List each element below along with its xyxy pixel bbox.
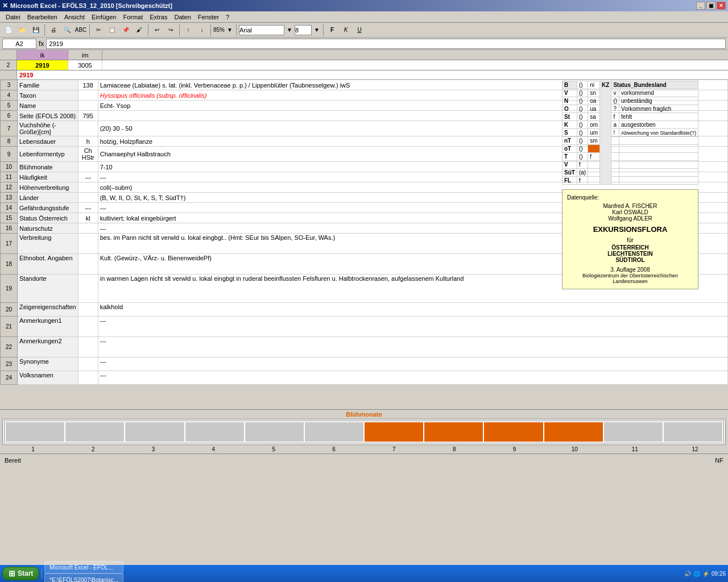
row-num-19: 19 <box>1 275 18 303</box>
field-label-10: Länder <box>18 193 78 203</box>
bluh-bar-11 <box>604 422 663 442</box>
menu-daten[interactable]: Daten <box>171 13 194 22</box>
zoom-label: 85% <box>213 27 225 33</box>
row-num-20: 20 <box>1 303 18 317</box>
taskbar-item-0[interactable]: Microsoft Excel - EFÖL... <box>44 561 123 573</box>
redo-button[interactable]: ↪ <box>164 24 177 36</box>
window-controls[interactable]: _ ▣ ✕ <box>696 2 726 10</box>
status-bar: Bereit NF <box>0 454 728 466</box>
col-im-header[interactable]: im <box>68 50 102 60</box>
row-num-14: 14 <box>1 203 18 213</box>
zoom-dropdown[interactable]: ▼ <box>226 24 234 36</box>
field-num-17 <box>78 303 98 317</box>
right-panel: B()ni KZ Status_Bundesland V()snvvorkomm… <box>562 80 727 289</box>
field-value-21[interactable]: --- <box>98 371 727 385</box>
title-bar: ✕ Microsoft Excel - EFÖLS3_12_2010 [Schr… <box>0 0 728 11</box>
menu-einfugen[interactable]: Einfügen <box>88 13 119 22</box>
menu-bearbeiten[interactable]: Bearbeiten <box>24 13 61 22</box>
menu-datei[interactable]: Datei <box>2 13 24 22</box>
font-size-input[interactable] <box>295 25 312 35</box>
bluh-bar-5 <box>245 422 304 442</box>
field-label-9: Höhenverbreitung <box>18 182 78 193</box>
bold-button[interactable]: F <box>326 24 338 36</box>
nf-indicator: NF <box>715 457 723 464</box>
table-row: 21 Anmerkungen1 --- <box>1 317 728 337</box>
cell-im-value[interactable]: 3005 <box>68 60 102 70</box>
datasource-publisher: Biologiezentrum der Oberösterreichischen… <box>567 273 693 284</box>
row-num-16: 16 <box>1 223 18 234</box>
col-ik-header[interactable]: ik <box>17 50 68 60</box>
start-button[interactable]: ⊞ Start <box>2 567 39 580</box>
field-label-18: Anmerkungen1 <box>18 317 78 337</box>
bluh-bar-10 <box>544 422 603 442</box>
bluh-month-label-2: 2 <box>64 446 123 452</box>
sort-desc-button[interactable]: ↓ <box>196 24 208 36</box>
cell-reference-input[interactable] <box>2 39 36 49</box>
bluh-bar-6 <box>305 422 363 442</box>
row-num-7: 7 <box>1 121 18 136</box>
italic-button[interactable]: K <box>340 24 352 36</box>
field-num-15 <box>78 254 98 275</box>
menu-extras[interactable]: Extras <box>146 13 171 22</box>
bluh-month-label-10: 10 <box>545 446 604 452</box>
bluh-bar-7 <box>365 422 423 442</box>
undo-button[interactable]: ↩ <box>151 24 163 36</box>
field-num-19 <box>78 337 98 357</box>
title-text: Microsoft Excel - EFÖLS3_12_2010 [Schrei… <box>10 2 172 9</box>
close-button[interactable]: ✕ <box>717 2 726 10</box>
print-button[interactable]: 🖨 <box>47 24 60 36</box>
font-dropdown[interactable]: ▼ <box>286 24 293 36</box>
datasource-region3: SÜDTIROL <box>567 257 693 263</box>
taskbar-item-1[interactable]: *E:\EFÖLS2007\Botanisc... <box>44 573 123 582</box>
field-value-17[interactable]: kalkhold <box>98 303 727 317</box>
field-label-5: Lebensdauer <box>18 136 78 147</box>
bluh-month-label-3: 3 <box>124 446 183 452</box>
bluh-month-label-11: 11 <box>605 446 664 452</box>
restore-button[interactable]: ▣ <box>706 2 715 10</box>
bluh-bar-4 <box>185 422 244 442</box>
field-num-7 <box>78 162 98 172</box>
menu-format[interactable]: Format <box>119 13 146 22</box>
bluhmonate-title: Blühmonate <box>2 411 726 418</box>
bluhmonate-labels: 123456789101112 <box>2 446 726 452</box>
sort-asc-button[interactable]: ↑ <box>182 24 195 36</box>
bluh-month-label-6: 6 <box>304 446 363 452</box>
table-row: 23 Synonyme --- <box>1 357 728 371</box>
preview-button[interactable]: 🔍 <box>61 24 73 36</box>
menu-ansicht[interactable]: Ansicht <box>61 13 88 22</box>
field-label-7: Blühmonate <box>18 162 78 172</box>
open-button[interactable]: 📁 <box>16 24 28 36</box>
fontsize-dropdown[interactable]: ▼ <box>313 24 321 36</box>
taskbar-clock: 🔊 🌐 ⚡ 09:26 <box>684 571 726 577</box>
new-button[interactable]: 📄 <box>2 24 15 36</box>
field-value-19[interactable]: --- <box>98 337 727 357</box>
bluh-month-label-1: 1 <box>3 446 63 452</box>
spell-button[interactable]: ABC <box>75 24 87 36</box>
field-label-4: Vuchshöhe (-Größe)[cm] <box>18 121 78 136</box>
row-num-12: 12 <box>1 182 18 193</box>
field-value-18[interactable]: --- <box>98 317 727 337</box>
datasource-label: Datenquelle: <box>567 194 693 201</box>
minimize-button[interactable]: _ <box>696 2 705 10</box>
field-label-2: Name <box>18 101 78 111</box>
cell-ik-value[interactable]: 2919 <box>17 60 68 70</box>
copy-button[interactable]: 📋 <box>106 24 118 36</box>
cut-button[interactable]: ✂ <box>92 24 105 36</box>
bluh-month-label-4: 4 <box>184 446 243 452</box>
field-num-14 <box>78 234 98 254</box>
paste-button[interactable]: 📌 <box>119 24 132 36</box>
save-button[interactable]: 💾 <box>30 24 42 36</box>
separator-2 <box>89 24 90 36</box>
row-num-13: 13 <box>1 193 18 203</box>
menu-fenster[interactable]: Fenster <box>195 13 222 22</box>
format-painter-button[interactable]: 🖌 <box>133 24 146 36</box>
field-value-20[interactable]: --- <box>98 357 727 371</box>
row-num-6: 6 <box>1 111 18 121</box>
row-num-5: 5 <box>1 101 18 111</box>
font-name-input[interactable] <box>239 25 284 35</box>
datasource-author2: Karl OSWALD <box>567 209 693 215</box>
menu-help[interactable]: ? <box>222 13 233 22</box>
underline-button[interactable]: U <box>353 24 366 36</box>
bluh-month-label-8: 8 <box>425 446 484 452</box>
field-num-21 <box>78 371 98 385</box>
